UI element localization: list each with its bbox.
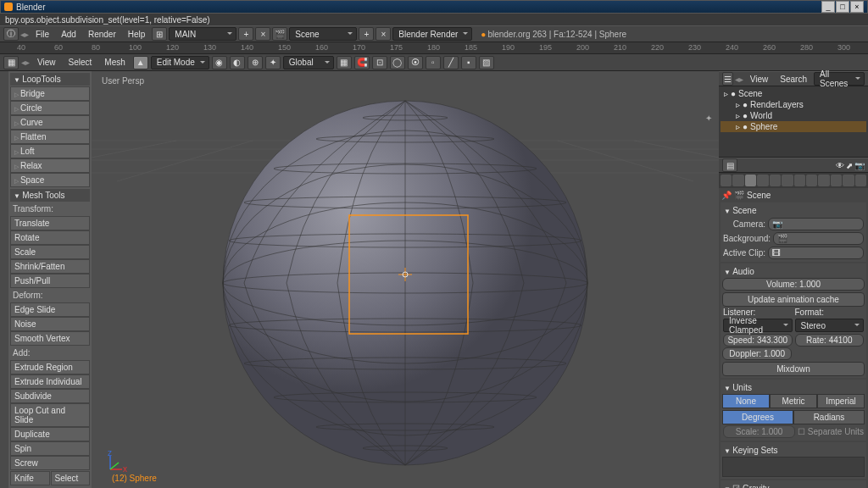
vert-mode-icon[interactable]: ▫: [426, 56, 441, 69]
menu-add[interactable]: Add: [56, 28, 81, 41]
menu-help[interactable]: Help: [123, 28, 151, 41]
outliner-item-renderlayers[interactable]: ▹●RenderLayers: [721, 99, 866, 110]
menu-view[interactable]: View: [32, 56, 61, 69]
scene-del-icon[interactable]: ×: [376, 27, 391, 41]
shading-sphere-icon[interactable]: ◉: [212, 56, 227, 69]
props-type-icon[interactable]: ▤: [722, 158, 737, 172]
outliner-item-scene[interactable]: ▹●Scene: [721, 88, 866, 99]
menu-render[interactable]: Render: [83, 28, 121, 41]
pin-icon[interactable]: 📌: [721, 191, 732, 200]
meshtools-header[interactable]: Mesh Tools: [10, 189, 90, 202]
snap-icon[interactable]: 🧲: [354, 56, 370, 69]
units-imperial[interactable]: Imperial: [817, 394, 865, 408]
limit-icon[interactable]: ▨: [479, 56, 494, 69]
transform-rotate[interactable]: Rotate: [10, 230, 90, 245]
add-extrude-individual[interactable]: Extrude Individual: [10, 374, 90, 389]
edge-mode-icon[interactable]: ╱: [443, 56, 459, 69]
eye-icon[interactable]: 👁: [836, 161, 844, 170]
scene-dropdown[interactable]: Scene: [289, 27, 357, 41]
outliner-view[interactable]: View: [745, 73, 774, 86]
layer-icon[interactable]: ▦: [337, 56, 352, 69]
outliner-item-sphere[interactable]: ▹●Sphere: [721, 121, 866, 132]
units-radians[interactable]: Radians: [793, 410, 865, 424]
looptool-flatten[interactable]: Flatten: [10, 130, 90, 144]
knife-button[interactable]: Knife: [10, 471, 50, 485]
render-vis-icon[interactable]: 📷: [854, 161, 865, 170]
mixdown-button[interactable]: Mixdown: [722, 362, 865, 376]
units-section-hdr[interactable]: Units: [722, 381, 865, 394]
face-mode-icon[interactable]: ▪: [461, 56, 476, 69]
transform-shrink-fatten[interactable]: Shrink/Fatten: [10, 259, 90, 274]
keying-list[interactable]: + −: [722, 457, 865, 477]
view-type-icon[interactable]: ▦: [3, 56, 19, 69]
proportional-icon[interactable]: ◯: [390, 56, 405, 69]
camera-field[interactable]: 📷: [768, 218, 864, 230]
unit-scale-field[interactable]: Scale: 1.000: [723, 425, 795, 438]
update-cache-button[interactable]: Update animation cache: [722, 292, 865, 307]
scene-add-icon[interactable]: +: [359, 27, 374, 41]
outliner-filter[interactable]: All Scenes: [814, 72, 865, 86]
looptool-relax[interactable]: Relax: [10, 158, 90, 173]
outliner-tree[interactable]: ▹●Scene▹●RenderLayers▹●World▹●Sphere: [719, 86, 868, 158]
looptool-loft[interactable]: Loft: [10, 144, 90, 158]
add-extrude-region[interactable]: Extrude Region: [10, 360, 90, 374]
expand-icon[interactable]: ◂▸: [21, 58, 30, 67]
screen-layout-icon[interactable]: ⊞: [152, 27, 167, 41]
volume-field[interactable]: Volume: 1.000: [722, 278, 865, 291]
close-button[interactable]: ×: [850, 1, 864, 13]
transform-scale[interactable]: Scale: [10, 245, 90, 259]
layout-del-icon[interactable]: ×: [255, 27, 270, 41]
menu-select[interactable]: Select: [64, 56, 97, 69]
units-metric[interactable]: Metric: [770, 394, 817, 408]
units-none[interactable]: None: [722, 394, 770, 408]
clip-field[interactable]: 🎞: [768, 247, 864, 259]
layout-add-icon[interactable]: +: [238, 27, 253, 41]
mode-icon[interactable]: ▲: [133, 56, 148, 69]
expand-icon[interactable]: ◂▸: [20, 30, 29, 39]
add-screw[interactable]: Screw: [10, 456, 90, 470]
outliner-item-world[interactable]: ▹●World: [721, 110, 866, 121]
gravity-section-hdr[interactable]: ☑ Gravity: [722, 482, 865, 488]
deform-smooth-vertex[interactable]: Smooth Vertex: [10, 331, 90, 346]
engine-dropdown[interactable]: Blender Render: [392, 27, 472, 41]
format-dropdown[interactable]: Stereo: [795, 319, 865, 332]
outliner-search[interactable]: Search: [775, 73, 812, 86]
keying-section-hdr[interactable]: Keying Sets: [722, 444, 865, 457]
separate-units-check[interactable]: ☐ Separate Units: [798, 427, 864, 436]
listener-dropdown[interactable]: Inverse Clamped: [723, 319, 793, 332]
looptool-curve[interactable]: Curve: [10, 115, 90, 130]
orient-dropdown[interactable]: Global: [283, 56, 334, 69]
add-subdivide[interactable]: Subdivide: [10, 389, 90, 403]
falloff-icon[interactable]: ⦿: [408, 56, 423, 69]
viewport-3d[interactable]: User Persp (12) Sphere xz ✦: [92, 71, 719, 488]
rate-field[interactable]: Rate: 44100: [795, 334, 865, 347]
layout-dropdown[interactable]: MAIN: [169, 27, 236, 41]
units-degrees[interactable]: Degrees: [722, 410, 793, 424]
transform-push-pull[interactable]: Push/Pull: [10, 274, 90, 288]
expand-icon[interactable]: ◂▸: [735, 75, 743, 84]
shading-icon[interactable]: ◐: [230, 56, 245, 69]
looptool-space[interactable]: Space: [10, 173, 90, 187]
properties-tabs[interactable]: [719, 173, 868, 188]
doppler-field[interactable]: Doppler: 1.000: [722, 347, 792, 360]
left-scrollbar[interactable]: [0, 71, 8, 488]
deform-edge-slide[interactable]: Edge Slide: [10, 302, 90, 317]
widget-icon[interactable]: ✦: [265, 56, 281, 69]
maximize-button[interactable]: □: [836, 1, 849, 13]
speed-field[interactable]: Speed: 343.300: [723, 334, 793, 347]
add-loop-cut-and-slide[interactable]: Loop Cut and Slide: [10, 403, 90, 427]
editor-type-icon[interactable]: ⓘ: [3, 27, 19, 41]
looptool-circle[interactable]: Circle: [10, 101, 90, 115]
minimize-button[interactable]: _: [821, 1, 835, 13]
cursor-select-icon[interactable]: ⬈: [846, 161, 853, 170]
add-spin[interactable]: Spin: [10, 441, 90, 456]
mode-dropdown[interactable]: Edit Mode: [151, 56, 209, 69]
outliner-type-icon[interactable]: ☰: [722, 72, 733, 86]
audio-section-hdr[interactable]: Audio: [722, 265, 865, 278]
add-duplicate[interactable]: Duplicate: [10, 427, 90, 441]
looptools-header[interactable]: LoopTools: [10, 73, 90, 86]
transform-translate[interactable]: Translate: [10, 216, 90, 230]
snap-type-icon[interactable]: ⊡: [372, 56, 387, 69]
deform-noise[interactable]: Noise: [10, 317, 90, 331]
menu-file[interactable]: File: [31, 28, 54, 41]
